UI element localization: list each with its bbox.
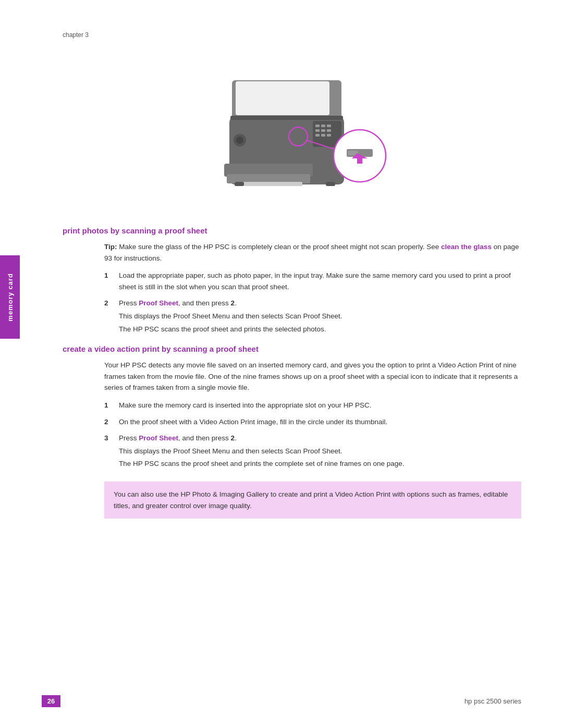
- s2-step2-num: 2: [104, 416, 116, 428]
- svg-point-24: [236, 137, 243, 144]
- chapter-label: chapter 3: [63, 31, 521, 39]
- s2-step3-line2: This displays the Proof Sheet Menu and t…: [119, 446, 521, 457]
- svg-rect-8: [321, 129, 325, 132]
- s2-step3-num2: 2: [231, 434, 235, 442]
- svg-rect-7: [315, 129, 320, 132]
- svg-rect-12: [327, 134, 331, 137]
- s2-step3-num: 3: [104, 433, 116, 444]
- svg-rect-26: [326, 182, 335, 186]
- section2-intro: Your HP PSC detects any movie file saved…: [104, 360, 521, 393]
- section1-content: Tip: Make sure the glass of the HP PSC i…: [104, 241, 521, 336]
- printer-illustration: [188, 49, 396, 211]
- svg-rect-2: [236, 81, 329, 115]
- s2-step2-text: On the proof sheet with a Video Action P…: [119, 418, 387, 426]
- step2-link1: Proof Sheet: [139, 299, 178, 307]
- section2-step1: 1 Make sure the memory card is inserted …: [104, 400, 521, 411]
- info-box: You can also use the HP Photo & Imaging …: [104, 482, 521, 519]
- step2-num2: 2: [231, 299, 235, 307]
- step1-num: 1: [104, 270, 116, 281]
- step1-content: Load the appropriate paper, such as phot…: [119, 270, 521, 292]
- svg-rect-9: [327, 129, 331, 132]
- s2-step3-link: Proof Sheet: [139, 434, 178, 442]
- svg-rect-6: [327, 125, 331, 127]
- s2-step1-content: Make sure the memory card is inserted in…: [119, 400, 521, 411]
- page-container: memory card chapter 3: [0, 0, 563, 728]
- step2-num: 2: [104, 298, 116, 309]
- s2-step3-line3: The HP PSC scans the proof sheet and pri…: [119, 458, 521, 470]
- printer-image-area: [63, 49, 521, 211]
- section1-step1: 1 Load the appropriate paper, such as ph…: [104, 270, 521, 292]
- s2-step3-content: Press Proof Sheet, and then press 2. Thi…: [119, 433, 521, 471]
- svg-rect-11: [321, 134, 325, 137]
- svg-rect-25: [235, 182, 244, 186]
- section1-steps: 1 Load the appropriate paper, such as ph…: [104, 270, 521, 336]
- s2-step1-num: 1: [104, 400, 116, 411]
- section2-content: Your HP PSC detects any movie file saved…: [104, 360, 521, 519]
- svg-rect-22: [230, 116, 343, 120]
- tip-label: Tip:: [104, 243, 117, 251]
- section2-step2: 2 On the proof sheet with a Video Action…: [104, 416, 521, 428]
- section1-heading: print photos by scanning a proof sheet: [63, 226, 521, 235]
- step2-line2: This displays the Proof Sheet Menu and t…: [119, 311, 521, 322]
- s2-step3-line1: Press Proof Sheet, and then press 2.: [119, 433, 521, 444]
- s2-step1-text: Make sure the memory card is inserted in…: [119, 401, 371, 409]
- tip-link-text: clean the glass: [441, 243, 492, 251]
- info-box-text: You can also use the HP Photo & Imaging …: [114, 490, 508, 510]
- page-number: 26: [42, 695, 60, 707]
- section2-steps: 1 Make sure the memory card is inserted …: [104, 400, 521, 471]
- side-tab-label: memory card: [6, 273, 14, 322]
- step2-content: Press Proof Sheet, and then press 2. Thi…: [119, 298, 521, 336]
- footer-product-name: hp psc 2500 series: [464, 697, 521, 705]
- section2-step3: 3 Press Proof Sheet, and then press 2. T…: [104, 433, 521, 471]
- tip-paragraph: Tip: Make sure the glass of the HP PSC i…: [104, 241, 521, 264]
- svg-rect-10: [315, 134, 320, 137]
- step2-line1: Press Proof Sheet, and then press 2.: [119, 298, 521, 309]
- step2-line3: The HP PSC scans the proof sheet and pri…: [119, 324, 521, 335]
- svg-rect-5: [321, 125, 325, 127]
- side-tab: memory card: [0, 255, 20, 339]
- svg-rect-4: [315, 125, 320, 127]
- tip-text-main: Make sure the glass of the HP PSC is com…: [119, 243, 441, 251]
- svg-rect-15: [235, 182, 302, 186]
- s2-step2-content: On the proof sheet with a Video Action P…: [119, 416, 521, 428]
- step1-text: Load the appropriate paper, such as phot…: [119, 272, 511, 291]
- page-footer: 26 hp psc 2500 series: [0, 695, 563, 707]
- section2-heading: create a video action print by scanning …: [63, 344, 521, 353]
- section1-step2: 2 Press Proof Sheet, and then press 2. T…: [104, 298, 521, 336]
